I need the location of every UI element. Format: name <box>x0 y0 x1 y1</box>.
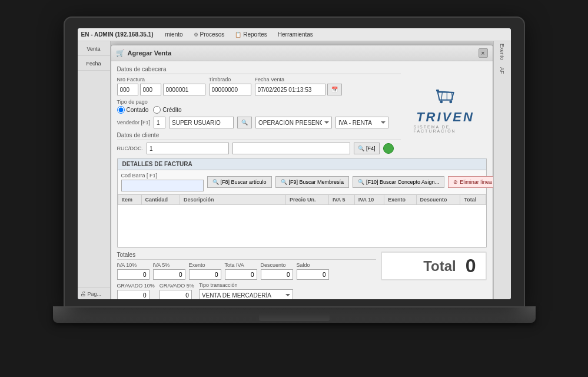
header-section: Datos de cabecera Nro Factura <box>117 66 487 154</box>
radio-contado-input[interactable] <box>117 106 125 114</box>
iva10-input[interactable] <box>117 269 150 280</box>
green-status-indicator <box>383 143 394 154</box>
search-icon-3: 🔍 <box>358 179 364 185</box>
total-big-display: Total 0 <box>381 252 487 280</box>
table-empty-row <box>118 205 486 240</box>
vendedor-name-input[interactable] <box>169 117 234 128</box>
totals-left: Totales IVA 10% IVA 5% <box>117 252 376 299</box>
header-right-logo: TRIVEN SISTEMA DE FACTURACIÓN <box>404 66 487 154</box>
right-sidebar-af: AF <box>499 67 505 74</box>
th-total: Total <box>460 195 486 205</box>
gravado10-input[interactable] <box>117 290 150 299</box>
search-icon: 🔍 <box>212 179 219 185</box>
tipo-transaccion-group: Tipo transacción VENTA DE MERCADERÍA <box>199 282 293 299</box>
menu-reportes[interactable]: 📋 Reportes <box>230 30 272 39</box>
nro-factura-inputs <box>117 84 205 95</box>
tipo-pago-group: Tipo de pago Contado <box>117 99 182 114</box>
window-title: EN - ADMIN (192.168.35.1) <box>81 31 154 38</box>
fecha-venta-input[interactable] <box>255 84 325 95</box>
th-descripcion: Descripción <box>180 195 285 205</box>
th-precio: Precio Un. <box>285 195 328 205</box>
saldo-field: Saldo <box>297 262 329 280</box>
sidebar-venta: Venta <box>78 41 110 56</box>
tota-iva-input[interactable] <box>225 269 257 280</box>
buscar-concepto-btn[interactable]: 🔍 [F10] Buscar Concepto Asign... <box>353 176 444 188</box>
modal-body: Datos de cabecera Nro Factura <box>111 61 493 299</box>
eliminar-linea-btn[interactable]: ⊘ Eliminar línea <box>448 176 493 188</box>
nombre-input[interactable] <box>232 143 350 154</box>
invoice-table-container: Item Cantidad Descripción Precio Un. IVA… <box>118 194 486 247</box>
nro-factura-1[interactable] <box>117 84 138 95</box>
nro-factura-2[interactable] <box>140 84 161 95</box>
table-header-row: Item Cantidad Descripción Precio Un. IVA… <box>118 195 486 205</box>
logo-area: TRIVEN SISTEMA DE FACTURACIÓN <box>404 83 487 138</box>
logo-sub: SISTEMA DE FACTURACIÓN <box>414 125 477 133</box>
modal-agregar-venta: 🛒 Agregar Venta × <box>111 45 493 299</box>
buscar-membresia-btn[interactable]: 🔍 [F9] Buscar Membresía <box>275 176 350 188</box>
saldo-input[interactable] <box>297 269 329 280</box>
details-toolbar: Cod Barra [ F1] 🔍 [F8] Buscar artículo <box>118 170 486 194</box>
laptop-screen: EN - ADMIN (192.168.35.1) miento ⚙ Proce… <box>78 28 511 299</box>
modal-title-bar: 🛒 Agregar Venta × <box>111 45 493 61</box>
logo-name: TRIVEN <box>416 110 474 125</box>
datos-cliente: Datos de cliente RUC/DOC. 🔍 [F4] <box>117 132 401 154</box>
gravado5-input[interactable] <box>160 290 192 299</box>
operacion-select[interactable]: OPERACIÓN PRESENCIAL <box>255 117 332 128</box>
iva5-field: IVA 5% <box>153 262 185 280</box>
details-header: DETALLES DE FACTURA <box>118 158 486 170</box>
radio-credito[interactable]: Crédito <box>153 106 181 114</box>
right-sidebar-exento: Exento <box>499 44 505 60</box>
tipo-transaccion-select[interactable]: VENTA DE MERCADERÍA <box>199 289 293 299</box>
menu-herramientas[interactable]: Herramientas <box>273 30 318 39</box>
datos-cabecera: Datos de cabecera Nro Factura <box>117 66 401 128</box>
iva5-input[interactable] <box>153 269 185 280</box>
search-icon-2: 🔍 <box>281 179 287 185</box>
table-body <box>118 205 486 240</box>
header-left: Datos de cabecera Nro Factura <box>117 66 401 154</box>
cart-icon <box>434 88 457 108</box>
vendedor-row: Vendedor [F1] 🔍 OPERACIÓN PRESENCIAL <box>117 117 401 128</box>
nro-factura-3[interactable] <box>163 84 205 95</box>
gravado10-field: GRAVADO 10% <box>117 283 155 299</box>
menu-miento[interactable]: miento <box>161 30 188 39</box>
modal-close-button[interactable]: × <box>479 48 488 58</box>
ruc-input[interactable] <box>147 143 229 154</box>
descuento-input[interactable] <box>261 269 293 280</box>
modal-title: 🛒 Agregar Venta <box>116 49 172 57</box>
radio-credito-input[interactable] <box>153 106 161 114</box>
iva-renta-select[interactable]: IVA - RENTA <box>335 117 388 128</box>
table-head: Item Cantidad Descripción Precio Un. IVA… <box>118 195 486 205</box>
vendedor-num-input[interactable] <box>154 117 165 128</box>
svg-line-2 <box>441 92 442 100</box>
th-item: Item <box>118 195 141 205</box>
cod-barra-group: Cod Barra [ F1] <box>121 173 204 191</box>
totals-grid-row1: IVA 10% IVA 5% <box>117 262 376 280</box>
cliente-label: Datos de cliente <box>117 132 401 140</box>
tota-iva-field: Tota IVA <box>225 262 257 280</box>
fecha-calendar-btn[interactable]: 📅 <box>327 84 342 95</box>
ruc-search-btn[interactable]: 🔍 [F4] <box>354 143 380 154</box>
buscar-articulo-btn[interactable]: 🔍 [F8] Buscar artículo <box>207 176 272 188</box>
sidebar-fecha: Fecha <box>78 56 110 71</box>
exento-input[interactable] <box>189 269 221 280</box>
details-section: DETALLES DE FACTURA Cod Barra [ F1] � <box>117 158 487 248</box>
vendedor-search-btn[interactable]: 🔍 <box>237 117 252 128</box>
right-sidebar: Exento AF <box>493 41 511 299</box>
os-background: EN - ADMIN (192.168.35.1) miento ⚙ Proce… <box>78 28 511 299</box>
menu-procesos[interactable]: ⚙ Procesos <box>189 30 230 39</box>
th-iva10: IVA 10 <box>354 195 384 205</box>
cod-barra-label: Cod Barra [ F1] <box>121 173 204 178</box>
cod-barra-input[interactable] <box>121 180 204 191</box>
title-bar: EN - ADMIN (192.168.35.1) miento ⚙ Proce… <box>78 28 511 41</box>
th-exento: Exento <box>384 195 416 205</box>
th-descuento: Descuento <box>416 195 460 205</box>
main-content: 🛒 Agregar Venta × <box>111 41 493 299</box>
nro-factura-row: Nro Factura <box>117 77 401 114</box>
radio-contado[interactable]: Contado <box>117 106 149 114</box>
exento-field: Exento <box>189 262 221 280</box>
delete-icon: ⊘ <box>453 179 458 185</box>
left-sidebar: Venta Fecha 🖨 Pag... <box>78 41 111 299</box>
fecha-venta-row: 📅 <box>255 84 342 95</box>
timbrado-input[interactable] <box>209 84 251 95</box>
totales-label: Totales <box>117 252 376 260</box>
